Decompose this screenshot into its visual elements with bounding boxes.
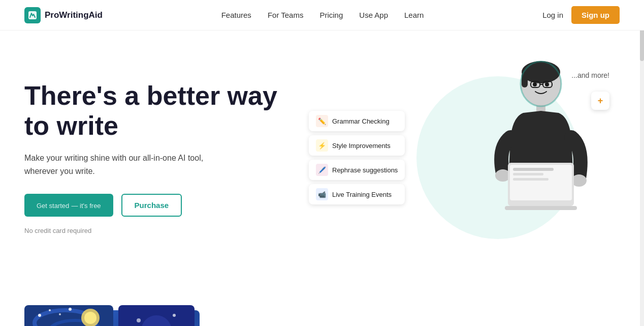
nav-actions: Log in Sign up [542, 6, 620, 24]
plus-badge: + [591, 92, 609, 110]
nav-use-app[interactable]: Use App [359, 11, 388, 19]
rephrase-icon: 🖊️ [316, 164, 328, 176]
style-label: Style Improvements [332, 142, 391, 150]
section2-text: Do you feel like your writing lets you d… [238, 305, 620, 326]
svg-rect-17 [505, 206, 577, 210]
svg-point-32 [137, 318, 141, 322]
nav-pricing[interactable]: Pricing [319, 11, 343, 19]
rephrase-label: Rephrase suggestions [332, 166, 398, 174]
more-label: ...and more! [571, 71, 609, 79]
svg-rect-16 [513, 178, 549, 181]
training-label: Live Training Events [332, 191, 392, 198]
feature-cards: ✏️ Grammar Checking ⚡ Style Improvements… [309, 111, 405, 204]
feature-card-grammar: ✏️ Grammar Checking [309, 111, 405, 131]
feature-card-rephrase: 🖊️ Rephrase suggestions [309, 160, 405, 180]
svg-point-5 [545, 82, 549, 86]
feature-card-training: 📹 Live Training Events [309, 184, 405, 204]
login-button[interactable]: Log in [542, 11, 563, 19]
nav-features[interactable]: Features [221, 11, 251, 19]
hero-title: There's a better way to write [24, 81, 299, 142]
hero-no-cc-note: No credit card required [24, 227, 299, 234]
nav-for-teams[interactable]: For Teams [268, 11, 304, 19]
painting-visual: My idea in my head [24, 305, 207, 326]
svg-point-24 [84, 312, 96, 324]
logo-icon [24, 7, 41, 23]
svg-point-27 [59, 313, 61, 315]
purchase-button[interactable]: Purchase [121, 194, 182, 217]
logo-link[interactable]: ProWritingAid [24, 7, 103, 23]
get-started-button[interactable]: Get started — it's free [24, 194, 113, 217]
hero-section: There's a better way to write Make your … [0, 31, 644, 275]
nav-learn[interactable]: Learn [404, 11, 424, 19]
grammar-label: Grammar Checking [332, 117, 390, 125]
cta-primary-note: — it's free [71, 202, 101, 210]
svg-point-33 [173, 314, 176, 317]
nav-links: Features For Teams Pricing Use App Learn [221, 11, 424, 20]
navbar: ProWritingAid Features For Teams Pricing… [0, 0, 644, 31]
grammar-icon: ✏️ [316, 115, 328, 127]
hero-subtitle: Make your writing shine with our all-in-… [24, 152, 238, 177]
svg-point-28 [69, 308, 72, 311]
hero-content: There's a better way to write Make your … [24, 81, 299, 235]
svg-rect-15 [513, 173, 543, 175]
painting-wrapper: My idea in my head [24, 305, 207, 326]
hero-buttons: Get started — it's free Purchase [24, 194, 299, 217]
svg-point-25 [38, 314, 41, 317]
svg-rect-14 [513, 168, 554, 171]
svg-point-4 [533, 82, 537, 86]
signup-button[interactable]: Sign up [571, 6, 620, 24]
training-icon: 📹 [316, 188, 328, 200]
style-icon: ⚡ [316, 139, 328, 152]
writing-section: My idea in my head Do you feel like your… [0, 275, 644, 326]
cta-primary-label: Get started [37, 202, 69, 210]
hero-visual: ✏️ Grammar Checking ⚡ Style Improvements… [299, 61, 620, 254]
svg-point-26 [49, 309, 51, 311]
feature-card-style: ⚡ Style Improvements [309, 135, 405, 156]
brand-name: ProWritingAid [45, 10, 103, 20]
